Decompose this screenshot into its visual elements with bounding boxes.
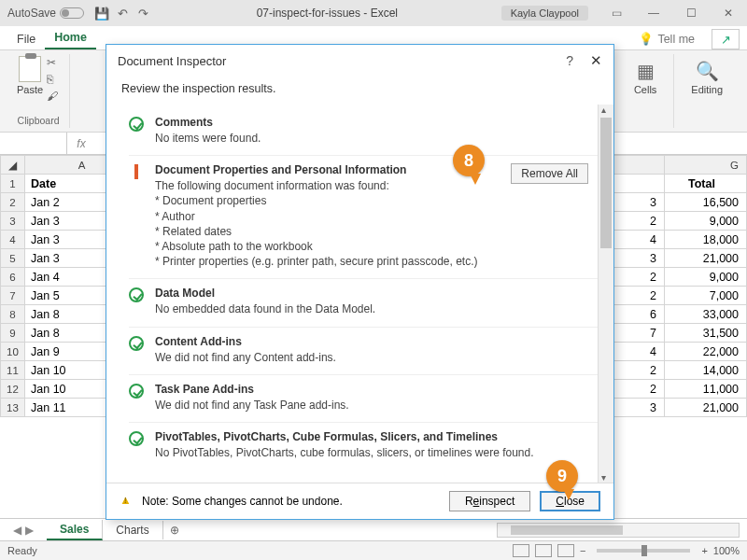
result-text: We did not find any Task Pane add-ins. [155,398,588,413]
result-item: * Printer properties (e.g. printer path,… [155,254,494,269]
result-content-addins: Content Add-ins We did not find any Cont… [129,328,598,375]
document-inspector-dialog: Document Inspector ? ✕ Review the inspec… [106,44,614,520]
dialog-overlay: Document Inspector ? ✕ Review the inspec… [0,0,747,560]
result-text: No embedded data found in the Data Model… [155,301,588,316]
scroll-down-icon[interactable]: ▾ [601,472,606,483]
result-text: The following document information was f… [155,178,494,193]
dialog-subtitle: Review the inspection results. [106,77,613,105]
check-icon [129,431,144,446]
result-data-model: Data Model No embedded data found in the… [129,279,598,327]
result-title: Data Model [155,287,588,300]
result-item: * Author [155,209,494,224]
close-icon[interactable]: ✕ [590,52,602,69]
scroll-up-icon[interactable]: ▴ [601,105,606,115]
result-doc-properties: Document Properties and Personal Informa… [129,156,598,279]
warning-icon [120,496,133,507]
result-comments: Comments No items were found. [129,108,598,156]
dialog-footer: Note: Some changes cannot be undone. Rei… [106,483,613,519]
result-taskpane-addins: Task Pane Add-ins We did not find any Ta… [129,375,598,423]
annotation-bubble: 8 [453,145,485,176]
footer-note: Note: Some changes cannot be undone. [142,495,343,508]
dialog-title: Document Inspector [118,54,226,68]
annotation-8: 8 [453,145,490,188]
result-title: Task Pane Add-ins [155,383,588,396]
result-title: Document Properties and Personal Informa… [155,163,494,176]
result-title: Content Add-ins [155,335,588,348]
dialog-scrollbar[interactable]: ▴ ▾ [598,105,613,483]
reinspect-button[interactable]: Reinspect [449,491,530,511]
result-text: We did not find any Content add-ins. [155,350,588,365]
remove-all-button[interactable]: Remove All [511,163,588,184]
check-icon [129,384,144,399]
result-title: PivotTables, PivotCharts, Cube Formulas,… [155,430,588,443]
help-icon[interactable]: ? [566,53,573,68]
result-pivottables: PivotTables, PivotCharts, Cube Formulas,… [129,423,598,469]
result-item: * Absolute path to the workbook [155,239,494,254]
result-text: No items were found. [155,131,588,146]
result-item: * Document properties [155,193,494,208]
scroll-thumb[interactable] [600,118,612,248]
check-icon [129,336,144,351]
annotation-bubble: 9 [546,460,578,492]
check-icon [129,287,144,302]
annotation-9: 9 [546,460,584,503]
check-icon [129,117,144,132]
alert-icon [134,164,138,179]
result-text: No PivotTables, PivotCharts, cube formul… [155,445,588,460]
dialog-titlebar[interactable]: Document Inspector ? ✕ [106,45,613,77]
inspection-results-list: Comments No items were found. Document P… [106,105,598,483]
result-item: * Related dates [155,224,494,239]
result-title: Comments [155,116,588,129]
